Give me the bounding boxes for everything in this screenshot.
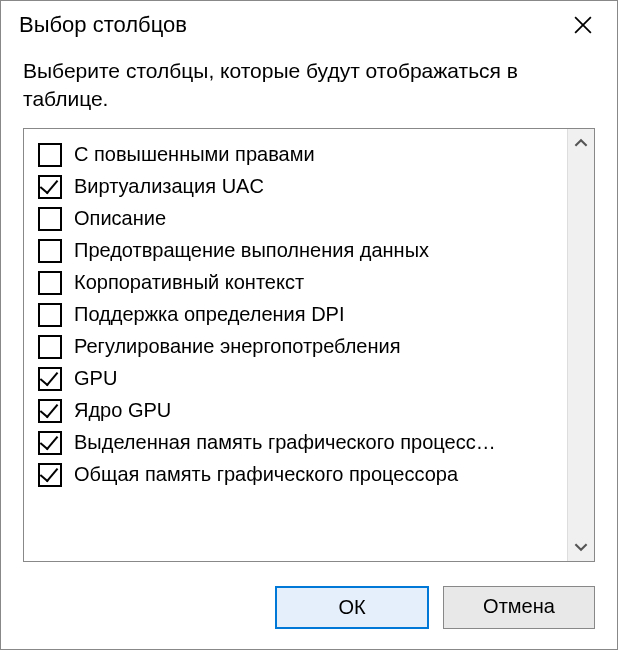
scroll-up-button[interactable] bbox=[568, 129, 594, 157]
instructions-text: Выберите столбцы, которые будут отобража… bbox=[1, 51, 617, 124]
column-row: Корпоративный контекст bbox=[38, 267, 561, 299]
column-checkbox[interactable] bbox=[38, 335, 62, 359]
cancel-button[interactable]: Отмена bbox=[443, 586, 595, 629]
column-row: Регулирование энергопотребления bbox=[38, 331, 561, 363]
ok-button[interactable]: ОК bbox=[275, 586, 429, 629]
column-row: С повышенными правами bbox=[38, 139, 561, 171]
column-checkbox[interactable] bbox=[38, 271, 62, 295]
close-button[interactable] bbox=[563, 9, 603, 41]
column-label[interactable]: Предотвращение выполнения данных bbox=[74, 239, 561, 262]
column-label[interactable]: GPU bbox=[74, 367, 561, 390]
dialog-footer: ОК Отмена bbox=[1, 572, 617, 649]
column-checkbox[interactable] bbox=[38, 175, 62, 199]
columns-list-container: С повышенными правамиВиртуализация UACОп… bbox=[23, 128, 595, 562]
column-row: Общая память графического процессора bbox=[38, 459, 561, 491]
column-label[interactable]: Регулирование энергопотребления bbox=[74, 335, 561, 358]
column-row: Описание bbox=[38, 203, 561, 235]
scrollbar[interactable] bbox=[567, 129, 594, 561]
chevron-down-icon bbox=[574, 540, 588, 554]
column-checkbox[interactable] bbox=[38, 239, 62, 263]
dialog-window: Выбор столбцов Выберите столбцы, которые… bbox=[0, 0, 618, 650]
column-label[interactable]: Ядро GPU bbox=[74, 399, 561, 422]
column-row: Ядро GPU bbox=[38, 395, 561, 427]
column-row: Предотвращение выполнения данных bbox=[38, 235, 561, 267]
title-bar: Выбор столбцов bbox=[1, 1, 617, 51]
column-label[interactable]: Описание bbox=[74, 207, 561, 230]
dialog-title: Выбор столбцов bbox=[19, 12, 187, 38]
column-row: Выделенная память графического процесс… bbox=[38, 427, 561, 459]
scroll-down-button[interactable] bbox=[568, 533, 594, 561]
column-checkbox[interactable] bbox=[38, 143, 62, 167]
columns-list: С повышенными правамиВиртуализация UACОп… bbox=[24, 129, 567, 561]
chevron-up-icon bbox=[574, 136, 588, 150]
close-icon bbox=[574, 16, 592, 34]
column-checkbox[interactable] bbox=[38, 463, 62, 487]
column-checkbox[interactable] bbox=[38, 367, 62, 391]
column-label[interactable]: Поддержка определения DPI bbox=[74, 303, 561, 326]
column-checkbox[interactable] bbox=[38, 207, 62, 231]
column-row: Виртуализация UAC bbox=[38, 171, 561, 203]
column-checkbox[interactable] bbox=[38, 431, 62, 455]
column-checkbox[interactable] bbox=[38, 399, 62, 423]
scrollbar-thumb[interactable] bbox=[568, 157, 594, 533]
column-label[interactable]: Общая память графического процессора bbox=[74, 463, 561, 486]
column-label[interactable]: Корпоративный контекст bbox=[74, 271, 561, 294]
column-row: Поддержка определения DPI bbox=[38, 299, 561, 331]
column-row: GPU bbox=[38, 363, 561, 395]
column-label[interactable]: Виртуализация UAC bbox=[74, 175, 561, 198]
column-label[interactable]: С повышенными правами bbox=[74, 143, 561, 166]
column-label[interactable]: Выделенная память графического процесс… bbox=[74, 431, 561, 454]
column-checkbox[interactable] bbox=[38, 303, 62, 327]
